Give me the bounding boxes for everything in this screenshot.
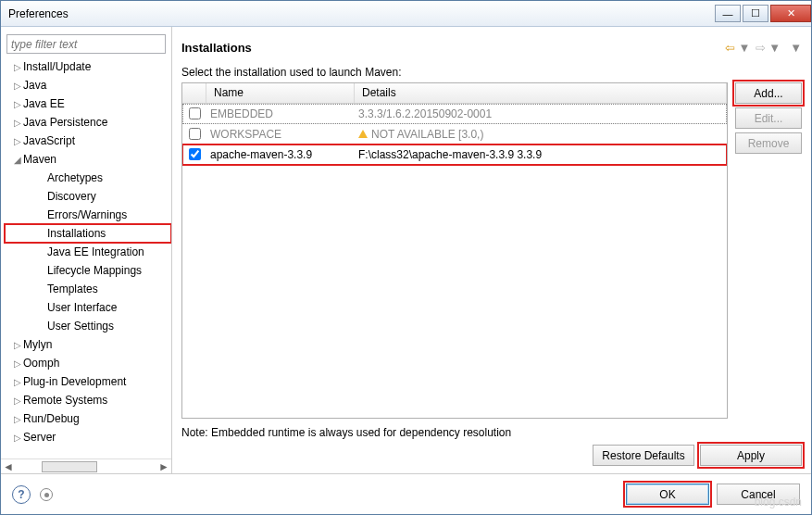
tree-item-label: Java EE xyxy=(23,97,65,110)
collapsed-icon[interactable]: ▷ xyxy=(12,414,23,424)
tree-item-install-update[interactable]: ▷Install/Update xyxy=(5,57,171,76)
cancel-button[interactable]: Cancel xyxy=(717,484,800,505)
tree-item-label: JavaScript xyxy=(23,134,75,147)
add-button[interactable]: Add... xyxy=(735,82,802,104)
installations-table[interactable]: Name Details EMBEDDED3.3.3/1.6.2.2015090… xyxy=(181,82,728,419)
window-title: Preferences xyxy=(8,7,713,20)
tree-item-user-settings[interactable]: User Settings xyxy=(5,317,171,335)
collapsed-icon[interactable]: ▷ xyxy=(12,62,23,72)
tree-item-java-ee[interactable]: ▷Java EE xyxy=(5,94,171,113)
collapsed-icon[interactable]: ▷ xyxy=(12,377,23,387)
forward-icon[interactable]: ⇨ xyxy=(756,41,766,55)
tree-item-java-ee-integration[interactable]: Java EE Integration xyxy=(5,243,171,261)
tree-item-label: Install/Update xyxy=(23,60,91,73)
row-name: apache-maven-3.3.9 xyxy=(206,148,355,161)
tree-item-label: Installations xyxy=(47,227,106,240)
warning-icon xyxy=(358,130,368,138)
tree-item-label: Java xyxy=(23,79,46,92)
row-name: WORKSPACE xyxy=(206,128,355,141)
tree-item-label: Java Persistence xyxy=(23,116,107,129)
column-details[interactable]: Details xyxy=(355,83,727,103)
tree-item-maven[interactable]: ◢Maven xyxy=(5,150,171,169)
tree-item-label: Java EE Integration xyxy=(47,245,144,258)
tree-item-label: Plug-in Development xyxy=(23,375,126,388)
tree-item-server[interactable]: ▷Server xyxy=(5,428,171,446)
sidebar: ▷Install/Update▷Java▷Java EE▷Java Persis… xyxy=(1,27,172,473)
tree-item-user-interface[interactable]: User Interface xyxy=(5,298,171,317)
filter-input[interactable] xyxy=(6,34,166,54)
tree-item-label: User Settings xyxy=(47,320,114,333)
row-name: EMBEDDED xyxy=(206,107,355,120)
tree-item-archetypes[interactable]: Archetypes xyxy=(5,169,171,187)
tree-item-label: Maven xyxy=(23,153,56,166)
collapsed-icon[interactable]: ▷ xyxy=(12,358,23,369)
tree-item-remote-systems[interactable]: ▷Remote Systems xyxy=(5,391,171,409)
tree-item-label: Templates xyxy=(47,283,98,295)
tree-item-label: Mylyn xyxy=(23,338,52,351)
column-name[interactable]: Name xyxy=(206,83,355,103)
titlebar[interactable]: Preferences — ☐ ✕ xyxy=(1,1,811,27)
preferences-window: Preferences — ☐ ✕ ▷Install/Update▷Java▷J… xyxy=(0,0,812,515)
row-details: 3.3.3/1.6.2.20150902-0001 xyxy=(355,107,727,120)
collapsed-icon[interactable]: ▷ xyxy=(12,340,23,350)
page-title: Installations xyxy=(181,41,725,55)
table-row[interactable]: WORKSPACENOT AVAILABLE [3.0,) xyxy=(182,124,727,144)
page-menu-icon[interactable]: ▼ xyxy=(790,41,802,55)
main-panel: Installations ⇦▼ ⇨▼ ▼ Select the install… xyxy=(172,27,811,473)
tree-item-plug-in-development[interactable]: ▷Plug-in Development xyxy=(5,372,171,391)
status-icon[interactable] xyxy=(40,488,53,501)
restore-defaults-button[interactable]: Restore Defaults xyxy=(593,445,694,466)
nav-arrows: ⇦▼ ⇨▼ ▼ xyxy=(725,41,802,55)
tree-item-label: Discovery xyxy=(47,190,96,203)
edit-button: Edit... xyxy=(735,107,802,129)
tree-item-java-persistence[interactable]: ▷Java Persistence xyxy=(5,113,171,132)
table-row[interactable]: EMBEDDED3.3.3/1.6.2.20150902-0001 xyxy=(182,104,727,124)
footer: ? OK Cancel xyxy=(1,473,811,514)
ok-button[interactable]: OK xyxy=(626,484,709,505)
tree-item-discovery[interactable]: Discovery xyxy=(5,187,171,206)
row-checkbox[interactable] xyxy=(189,148,201,160)
page-subtitle: Select the installation used to launch M… xyxy=(181,66,802,79)
tree-item-errors-warnings[interactable]: Errors/Warnings xyxy=(5,206,171,224)
back-icon[interactable]: ⇦ xyxy=(725,41,735,55)
back-menu-icon[interactable]: ▼ xyxy=(738,41,750,55)
preferences-tree[interactable]: ▷Install/Update▷Java▷Java EE▷Java Persis… xyxy=(1,57,171,458)
row-checkbox[interactable] xyxy=(189,107,201,119)
tree-item-lifecycle-mappings[interactable]: Lifecycle Mappings xyxy=(5,261,171,280)
tree-item-label: Server xyxy=(23,431,56,444)
minimize-button[interactable]: — xyxy=(715,5,741,22)
forward-menu-icon[interactable]: ▼ xyxy=(768,41,781,55)
tree-item-label: Archetypes xyxy=(47,171,103,184)
collapsed-icon[interactable]: ▷ xyxy=(12,433,23,443)
expanded-icon[interactable]: ◢ xyxy=(12,155,23,165)
maximize-button[interactable]: ☐ xyxy=(743,5,768,22)
remove-button: Remove xyxy=(735,132,802,154)
tree-item-javascript[interactable]: ▷JavaScript xyxy=(5,132,171,150)
row-checkbox[interactable] xyxy=(189,128,201,140)
collapsed-icon[interactable]: ▷ xyxy=(12,118,23,128)
note-text: Note: Embedded runtime is always used fo… xyxy=(181,426,802,439)
row-details: NOT AVAILABLE [3.0,) xyxy=(355,128,727,141)
horizontal-scrollbar[interactable]: ◄► xyxy=(1,458,171,473)
collapsed-icon[interactable]: ▷ xyxy=(12,81,23,91)
tree-item-label: Run/Debug xyxy=(23,412,80,425)
tree-item-label: User Interface xyxy=(47,301,117,314)
table-row[interactable]: apache-maven-3.3.9F:\class32\apache-mave… xyxy=(182,144,727,165)
tree-item-label: Lifecycle Mappings xyxy=(47,264,142,277)
tree-item-installations[interactable]: Installations xyxy=(5,224,171,243)
tree-item-oomph[interactable]: ▷Oomph xyxy=(5,354,171,372)
close-button[interactable]: ✕ xyxy=(770,5,811,22)
tree-item-templates[interactable]: Templates xyxy=(5,280,171,298)
row-details: F:\class32\apache-maven-3.3.9 3.3.9 xyxy=(355,148,727,161)
tree-item-label: Oomph xyxy=(23,357,59,370)
tree-item-mylyn[interactable]: ▷Mylyn xyxy=(5,335,171,354)
help-icon[interactable]: ? xyxy=(12,485,31,504)
collapsed-icon[interactable]: ▷ xyxy=(12,136,23,146)
tree-item-label: Remote Systems xyxy=(23,394,107,407)
collapsed-icon[interactable]: ▷ xyxy=(12,396,23,406)
collapsed-icon[interactable]: ▷ xyxy=(12,99,23,109)
tree-item-label: Errors/Warnings xyxy=(47,208,127,221)
apply-button[interactable]: Apply xyxy=(700,445,802,466)
tree-item-run-debug[interactable]: ▷Run/Debug xyxy=(5,409,171,428)
tree-item-java[interactable]: ▷Java xyxy=(5,76,171,94)
